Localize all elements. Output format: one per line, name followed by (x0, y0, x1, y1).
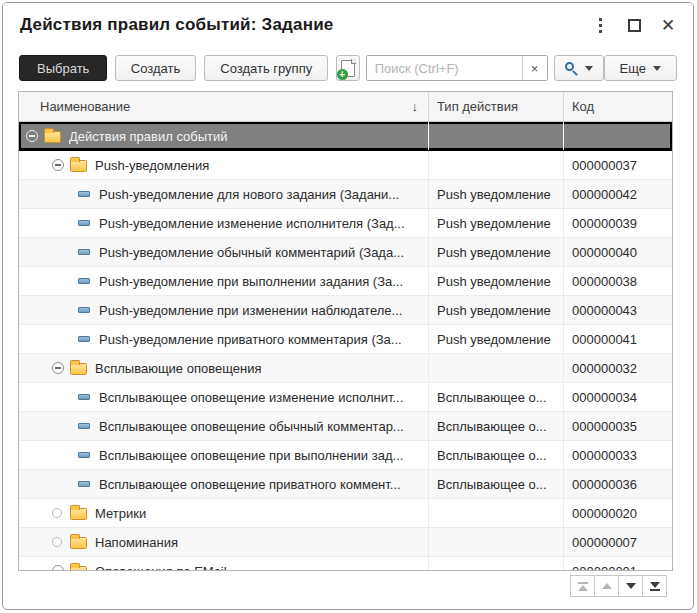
scroll-down-button[interactable] (618, 575, 643, 597)
create-by-copy-button[interactable]: + (336, 55, 360, 81)
search-clear-button[interactable]: × (522, 56, 547, 80)
table-row[interactable]: Напоминания 000000007 (19, 528, 672, 557)
row-action-type: Всплывающее о... (429, 383, 564, 411)
title-bar: Действия правил событий: Задание ✕ (3, 3, 693, 49)
row-code: 000000035 (564, 412, 672, 440)
row-code: 000000036 (564, 470, 672, 498)
scroll-nav (570, 575, 667, 597)
row-name: Всплывающее оповещение обычный комментар… (99, 419, 404, 434)
row-name: Push-уведомление при выполнении задания … (99, 274, 403, 289)
row-type-icon (78, 394, 90, 400)
create-group-button[interactable]: Создать группу (204, 55, 328, 81)
table-header: Наименование ↓ Тип действия Код (19, 92, 672, 122)
row-name: Оповещения по EMail (95, 564, 227, 572)
select-button[interactable]: Выбрать (19, 55, 107, 81)
row-code: 000000038 (564, 267, 672, 295)
row-action-type: Push уведомление (429, 238, 564, 266)
row-code: 000000033 (564, 441, 672, 469)
row-type-icon (78, 220, 90, 226)
scroll-to-bottom-button[interactable] (642, 575, 667, 597)
row-code: 000000037 (564, 151, 672, 179)
row-type-icon (70, 160, 87, 172)
more-button-label: Еще (620, 61, 646, 76)
table-row[interactable]: Push-уведомление для нового задания (Зад… (19, 180, 672, 209)
table-row[interactable]: Push-уведомление изменение исполнителя (… (19, 209, 672, 238)
scroll-up-button[interactable] (594, 575, 619, 597)
row-code: 000000034 (564, 383, 672, 411)
row-action-type (429, 354, 564, 382)
more-button[interactable]: Еще (604, 55, 677, 81)
close-icon: ✕ (661, 17, 675, 34)
row-code: 000000039 (564, 209, 672, 237)
toolbar: Выбрать Создать Создать группу + × Еще (3, 51, 693, 85)
row-name: Push-уведомление изменение исполнителя (… (99, 216, 405, 231)
row-code: 000000032 (564, 354, 672, 382)
row-action-type (429, 499, 564, 527)
table-row[interactable]: Push-уведомление при выполнении задания … (19, 267, 672, 296)
expander-icon[interactable] (26, 130, 38, 142)
table-body: Действия правил событий Push-уведомления… (19, 122, 672, 571)
row-code: 000000042 (564, 180, 672, 208)
maximize-button[interactable] (621, 13, 647, 37)
table-row[interactable]: Всплывающее оповещение приватного коммен… (19, 470, 672, 499)
scroll-to-bottom-icon (650, 582, 660, 591)
column-header-type[interactable]: Тип действия (429, 92, 564, 121)
row-name: Push-уведомление для нового задания (Зад… (99, 187, 399, 202)
row-name: Push-уведомление приватного комментария … (99, 332, 402, 347)
row-type-icon (70, 363, 87, 375)
table-row[interactable]: Push-уведомление при изменении наблюдате… (19, 296, 672, 325)
row-type-icon (78, 423, 90, 429)
table-row[interactable]: Оповещения по EMail 000000001 (19, 557, 672, 571)
row-type-icon (70, 566, 87, 571)
scroll-to-top-button[interactable] (570, 575, 595, 597)
row-name: Push-уведомление при изменении наблюдате… (99, 303, 402, 318)
window-menu-button[interactable] (587, 13, 613, 37)
row-type-icon (78, 249, 90, 255)
search-options-button[interactable] (554, 55, 604, 81)
table-row[interactable]: Push-уведомления 000000037 (19, 151, 672, 180)
table-row[interactable]: Всплывающее оповещение при выполнении за… (19, 441, 672, 470)
close-button[interactable]: ✕ (655, 13, 681, 37)
row-type-icon (78, 307, 90, 313)
table-row[interactable]: Всплывающие оповещения 000000032 (19, 354, 672, 383)
clear-icon: × (531, 61, 539, 76)
scroll-up-icon (602, 583, 612, 589)
expander-icon[interactable] (52, 362, 64, 374)
search-input[interactable] (367, 56, 522, 80)
row-action-type: Push уведомление (429, 209, 564, 237)
row-name: Напоминания (95, 535, 178, 550)
row-name: Push-уведомления (95, 158, 209, 173)
expander-icon[interactable] (52, 508, 62, 518)
row-action-type: Всплывающее о... (429, 412, 564, 440)
row-action-type (429, 151, 564, 179)
table-row[interactable]: Всплывающее оповещение обычный комментар… (19, 412, 672, 441)
row-name: Push-уведомление обычный комментарий (За… (99, 245, 404, 260)
table-row[interactable]: Push-уведомление обычный комментарий (За… (19, 238, 672, 267)
row-name: Всплывающие оповещения (95, 361, 261, 376)
column-label: Код (572, 99, 594, 114)
create-button[interactable]: Создать (115, 55, 196, 81)
row-action-type: Push уведомление (429, 267, 564, 295)
row-action-type: Push уведомление (429, 180, 564, 208)
table-row[interactable]: Метрики 000000020 (19, 499, 672, 528)
maximize-icon (628, 19, 641, 32)
row-type-icon (70, 537, 87, 549)
row-action-type (429, 122, 564, 150)
row-code: 000000040 (564, 238, 672, 266)
row-type-icon (78, 452, 90, 458)
row-code: 000000020 (564, 499, 672, 527)
table-row[interactable]: Всплывающее оповещение изменение исполни… (19, 383, 672, 412)
column-header-code[interactable]: Код (564, 92, 672, 121)
row-name: Всплывающее оповещение изменение исполни… (99, 390, 403, 405)
row-name: Действия правил событий (69, 129, 228, 144)
column-header-name[interactable]: Наименование ↓ (19, 92, 429, 121)
search-box: × (366, 55, 548, 81)
expander-icon[interactable] (52, 565, 64, 571)
row-type-icon (78, 278, 90, 284)
row-action-type: Всплывающее о... (429, 441, 564, 469)
expander-icon[interactable] (52, 537, 62, 547)
table-row[interactable]: Действия правил событий (19, 122, 672, 151)
table-row[interactable]: Push-уведомление приватного комментария … (19, 325, 672, 354)
row-action-type (429, 557, 564, 571)
expander-icon[interactable] (52, 159, 64, 171)
